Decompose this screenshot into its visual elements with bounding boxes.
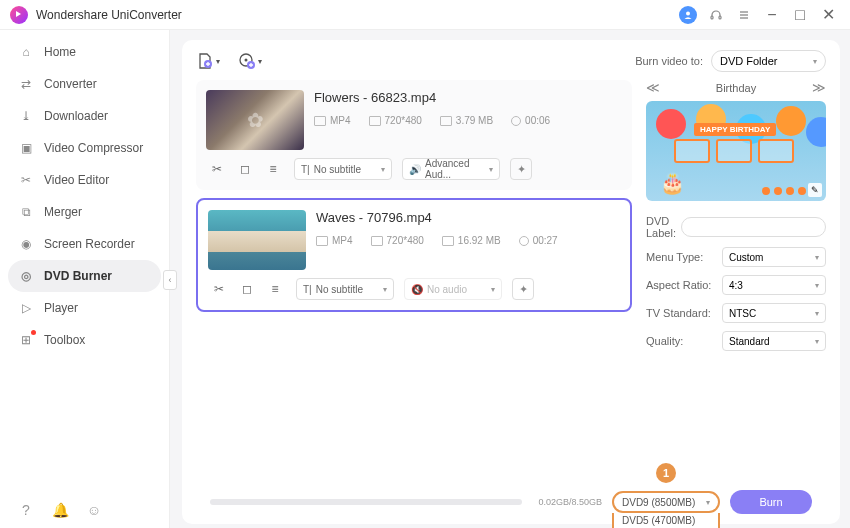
file-card[interactable]: Flowers - 66823.mp4 MP4 720*480 3.79 MB … [196, 80, 632, 190]
file-name: Flowers - 66823.mp4 [314, 90, 622, 105]
file-size: 3.79 MB [440, 115, 493, 126]
setting-label: Aspect Ratio: [646, 279, 722, 291]
audio-select[interactable]: 🔊Advanced Aud...▾ [402, 158, 500, 180]
close-icon[interactable]: ✕ [816, 3, 840, 27]
file-name: Waves - 70796.mp4 [316, 210, 620, 225]
sidebar-item-home[interactable]: ⌂Home [0, 36, 169, 68]
more-icon[interactable]: ≡ [266, 162, 280, 176]
sidebar-item-label: Video Compressor [44, 141, 143, 155]
sidebar-item-converter[interactable]: ⇄Converter [0, 68, 169, 100]
more-icon[interactable]: ≡ [268, 282, 282, 296]
subtitle-select[interactable]: T|No subtitle▾ [294, 158, 392, 180]
help-icon[interactable]: ? [18, 502, 34, 518]
cake-icon: 🎂 [660, 171, 685, 195]
menu-icon[interactable] [732, 3, 756, 27]
add-disc-button[interactable]: ▾ [238, 52, 262, 70]
disc-type-select[interactable]: DVD9 (8500MB)▾ [612, 491, 720, 513]
sidebar-item-label: DVD Burner [44, 269, 112, 283]
video-thumbnail[interactable] [208, 210, 306, 270]
sidebar-item-dvdburner[interactable]: ◎DVD Burner [8, 260, 161, 292]
svg-rect-1 [711, 16, 713, 19]
progress-bar [210, 499, 522, 505]
player-icon: ▷ [18, 300, 34, 316]
quality-select[interactable]: Standard▾ [722, 331, 826, 351]
sidebar-item-toolbox[interactable]: ⊞Toolbox [0, 324, 169, 356]
theme-next-button[interactable]: ≫ [812, 80, 826, 95]
setting-label: DVD Label: [646, 215, 681, 239]
feedback-icon[interactable]: ☺ [86, 502, 102, 518]
sidebar-item-label: Merger [44, 205, 82, 219]
subtitle-select[interactable]: T|No subtitle▾ [296, 278, 394, 300]
sidebar-item-recorder[interactable]: ◉Screen Recorder [0, 228, 169, 260]
file-format: MP4 [314, 115, 351, 126]
file-duration: 00:06 [511, 115, 550, 126]
sidebar-item-label: Video Editor [44, 173, 109, 187]
sidebar-item-editor[interactable]: ✂Video Editor [0, 164, 169, 196]
setting-label: TV Standard: [646, 307, 722, 319]
sidebar-item-compressor[interactable]: ▣Video Compressor [0, 132, 169, 164]
maximize-icon[interactable]: □ [788, 3, 812, 27]
sidebar-item-label: Screen Recorder [44, 237, 135, 251]
add-file-button[interactable]: ▾ [196, 52, 220, 70]
svg-point-0 [686, 11, 690, 15]
tv-standard-select[interactable]: NTSC▾ [722, 303, 826, 323]
file-resolution: 720*480 [371, 235, 424, 246]
compress-icon: ▣ [18, 140, 34, 156]
sidebar-item-label: Home [44, 45, 76, 59]
sidebar-item-merger[interactable]: ⧉Merger [0, 196, 169, 228]
crop-icon[interactable]: ◻ [240, 282, 254, 296]
toolbox-icon: ⊞ [18, 332, 34, 348]
edit-theme-icon[interactable]: ✎ [808, 183, 822, 197]
theme-banner: HAPPY BIRTHDAY [694, 123, 776, 136]
effects-button[interactable]: ✦ [510, 158, 532, 180]
sidebar-collapse-button[interactable]: ‹ [163, 270, 177, 290]
svg-rect-2 [719, 16, 721, 19]
bell-icon[interactable]: 🔔 [52, 502, 68, 518]
file-card[interactable]: Waves - 70796.mp4 MP4 720*480 16.92 MB 0… [196, 198, 632, 312]
sidebar-item-downloader[interactable]: ⤓Downloader [0, 100, 169, 132]
menu-type-select[interactable]: Custom▾ [722, 247, 826, 267]
converter-icon: ⇄ [18, 76, 34, 92]
setting-label: Quality: [646, 335, 722, 347]
aspect-ratio-select[interactable]: 4:3▾ [722, 275, 826, 295]
home-icon: ⌂ [18, 44, 34, 60]
sidebar: ⌂Home ⇄Converter ⤓Downloader ▣Video Comp… [0, 30, 170, 528]
sidebar-item-player[interactable]: ▷Player [0, 292, 169, 324]
trim-icon[interactable]: ✂ [210, 162, 224, 176]
app-logo [10, 6, 28, 24]
theme-name: Birthday [716, 82, 756, 94]
recorder-icon: ◉ [18, 236, 34, 252]
crop-icon[interactable]: ◻ [238, 162, 252, 176]
theme-prev-button[interactable]: ≪ [646, 80, 660, 95]
file-resolution: 720*480 [369, 115, 422, 126]
sidebar-item-label: Toolbox [44, 333, 85, 347]
sidebar-item-label: Downloader [44, 109, 108, 123]
burn-to-label: Burn video to: [635, 55, 703, 67]
effects-button[interactable]: ✦ [512, 278, 534, 300]
theme-preview[interactable]: HAPPY BIRTHDAY 🎂 ✎ [646, 101, 826, 201]
merger-icon: ⧉ [18, 204, 34, 220]
file-size: 16.92 MB [442, 235, 501, 246]
burn-to-select[interactable]: DVD Folder▾ [711, 50, 826, 72]
minimize-icon[interactable]: − [760, 3, 784, 27]
disc-option[interactable]: DVD5 (4700MB) [614, 513, 718, 528]
file-format: MP4 [316, 235, 353, 246]
svg-point-8 [245, 59, 248, 62]
setting-label: Menu Type: [646, 251, 722, 263]
headset-icon[interactable] [704, 3, 728, 27]
app-title: Wondershare UniConverter [36, 8, 182, 22]
sidebar-item-label: Player [44, 301, 78, 315]
download-icon: ⤓ [18, 108, 34, 124]
user-icon[interactable] [676, 3, 700, 27]
callout-badge: 1 [656, 463, 676, 483]
file-duration: 00:27 [519, 235, 558, 246]
editor-icon: ✂ [18, 172, 34, 188]
video-thumbnail[interactable] [206, 90, 304, 150]
audio-select[interactable]: 🔇No audio▾ [404, 278, 502, 300]
dvd-label-input[interactable] [681, 217, 826, 237]
sidebar-item-label: Converter [44, 77, 97, 91]
dvd-icon: ◎ [18, 268, 34, 284]
burn-button[interactable]: Burn [730, 490, 812, 514]
disc-type-dropdown: DVD5 (4700MB) DVD9 (8500MB) BD25 (25G) B… [612, 513, 720, 528]
trim-icon[interactable]: ✂ [212, 282, 226, 296]
